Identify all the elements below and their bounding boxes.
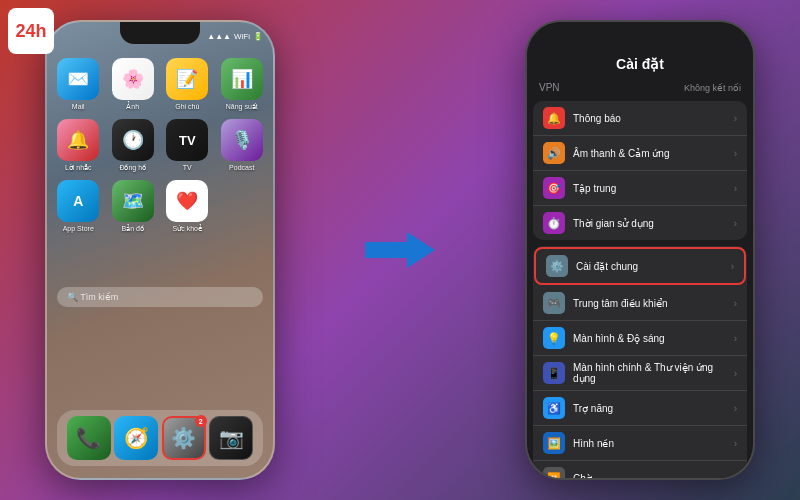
svg-marker-0 bbox=[365, 232, 435, 268]
settings-wallpaper[interactable]: 🖼️ Hình nền › bbox=[533, 426, 747, 461]
settings-standby[interactable]: ⏸️ Chờ › bbox=[533, 461, 747, 480]
dock-phone[interactable]: 📞 bbox=[67, 416, 111, 460]
settings-general[interactable]: ⚙️ Cài đặt chung › bbox=[534, 247, 746, 285]
vpn-label: VPN bbox=[539, 82, 560, 93]
dock-camera[interactable]: 📷 bbox=[209, 416, 253, 460]
app-notes[interactable]: 📝 Ghi chú bbox=[164, 58, 211, 111]
right-phone: Cài đặt VPN Không kết nối 🔔 Thông báo › … bbox=[525, 20, 755, 480]
arrow-container bbox=[365, 232, 435, 268]
settings-sound[interactable]: 🔊 Âm thanh & Cảm ứng › bbox=[533, 136, 747, 171]
dock: 📞 🧭 ⚙️ 2 📷 bbox=[57, 410, 263, 466]
left-phone: ▲▲▲ WiFi 🔋 ✉️ Mail 🌸 Ảnh 📝 Ghi chú 📊 Năn… bbox=[45, 20, 275, 480]
app-photos[interactable]: 🌸 Ảnh bbox=[110, 58, 157, 111]
settings-group-1: 🔔 Thông báo › 🔊 Âm thanh & Cảm ứng › 🎯 T… bbox=[533, 101, 747, 240]
search-text: 🔍 Tìm kiếm bbox=[67, 292, 118, 302]
vpn-status: Không kết nối bbox=[684, 83, 741, 93]
dock-safari[interactable]: 🧭 bbox=[114, 416, 158, 460]
logo: 24h bbox=[8, 8, 54, 54]
settings-accessibility[interactable]: ♿ Trợ năng › bbox=[533, 391, 747, 426]
vpn-row: VPN Không kết nối bbox=[527, 78, 753, 97]
app-reminders[interactable]: 🔔 Lời nhắc bbox=[55, 119, 102, 172]
app-appstore[interactable]: A App Store bbox=[55, 180, 102, 233]
app-health[interactable]: ❤️ Sức khoẻ bbox=[164, 180, 211, 233]
badge: 2 bbox=[195, 415, 207, 427]
search-bar[interactable]: 🔍 Tìm kiếm bbox=[57, 287, 263, 307]
app-mail[interactable]: ✉️ Mail bbox=[55, 58, 102, 111]
settings-homescreen[interactable]: 📱 Màn hình chính & Thư viện ứng dụng › bbox=[533, 356, 747, 391]
app-maps[interactable]: 🗺️ Bản đồ bbox=[110, 180, 157, 233]
app-tv[interactable]: TV TV bbox=[164, 119, 211, 172]
settings-list: 🔔 Thông báo › 🔊 Âm thanh & Cảm ứng › 🎯 T… bbox=[527, 101, 753, 480]
app-clock[interactable]: 🕐 Đồng hồ bbox=[110, 119, 157, 172]
app-productivity[interactable]: 📊 Năng suất bbox=[219, 58, 266, 111]
arrow-icon bbox=[365, 232, 435, 268]
settings-group-2: ⚙️ Cài đặt chung › 🎮 Trung tâm điều khiể… bbox=[533, 246, 747, 480]
settings-title: Cài đặt bbox=[616, 56, 664, 72]
settings-notifications[interactable]: 🔔 Thông báo › bbox=[533, 101, 747, 136]
settings-display[interactable]: 💡 Màn hình & Độ sáng › bbox=[533, 321, 747, 356]
phone-notch bbox=[120, 22, 200, 44]
settings-focus[interactable]: 🎯 Tập trung › bbox=[533, 171, 747, 206]
app-empty bbox=[219, 180, 266, 233]
main-container: 24h ▲▲▲ WiFi 🔋 ✉️ Mail 🌸 Ảnh 📝 Gh bbox=[0, 0, 800, 500]
right-notch bbox=[600, 22, 680, 44]
settings-controlcenter[interactable]: 🎮 Trung tâm điều khiển › bbox=[533, 286, 747, 321]
dock-settings[interactable]: ⚙️ 2 bbox=[162, 416, 206, 460]
app-grid: ✉️ Mail 🌸 Ảnh 📝 Ghi chú 📊 Năng suất 🔔 Lờ… bbox=[47, 54, 273, 237]
settings-screentime[interactable]: ⏱️ Thời gian sử dụng › bbox=[533, 206, 747, 240]
app-podcast[interactable]: 🎙️ Podcast bbox=[219, 119, 266, 172]
